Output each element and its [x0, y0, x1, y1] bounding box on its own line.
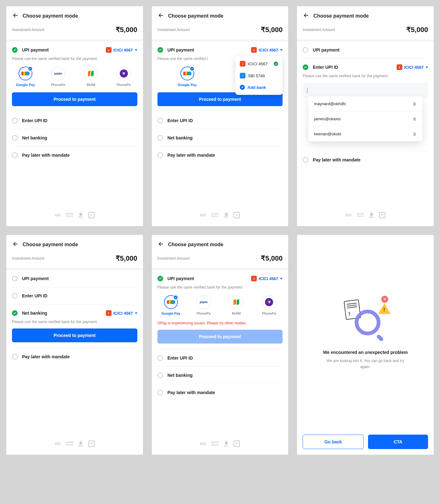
- sbi-icon: ○: [240, 73, 245, 79]
- upi-app-phonepe2[interactable]: रु PhonePe: [110, 67, 137, 87]
- method-paylater[interactable]: Pay later with mandate: [12, 348, 137, 365]
- chevron-down-icon: [135, 49, 137, 51]
- icici-icon: i: [106, 47, 112, 53]
- checkmark-icon: [303, 64, 308, 70]
- upi-app-label: BHIM: [87, 83, 96, 87]
- trust-badges: ISO AICPASOC2 SSL ₹: [6, 204, 143, 226]
- upi-suggestion[interactable]: maynard@okhdfc: [308, 96, 422, 111]
- method-upiid[interactable]: Enter UPI ID: [157, 350, 283, 367]
- upi-app-phonepe2[interactable]: रुPhonePe: [256, 295, 283, 315]
- chevron-down-icon: [280, 278, 283, 279]
- error-title: We encountered an unexpected problem: [323, 350, 408, 355]
- chevron-down-icon: [135, 312, 137, 314]
- bank-selector[interactable]: i ICICI 4567: [397, 64, 428, 70]
- bank-option-icici[interactable]: i ICICI 4567: [235, 58, 283, 70]
- upi-app-phonepe[interactable]: paytmPhonePe: [190, 295, 217, 315]
- method-netbanking[interactable]: Net banking: [157, 129, 283, 147]
- page-title: Choose payment mode: [23, 13, 78, 19]
- soc2-badge: AICPASOC2: [66, 213, 73, 218]
- upi-app-gpay[interactable]: Google Pay: [157, 67, 217, 87]
- upi-id-input[interactable]: [303, 83, 428, 98]
- payment-screen-gpay-error: Choose payment mode Investment Amount ₹5…: [152, 235, 289, 455]
- amount-label: Investment Amount: [12, 28, 44, 32]
- error-illustration: ✕: [337, 294, 394, 341]
- back-icon[interactable]: [12, 241, 19, 249]
- page-title: Choose payment mode: [168, 13, 223, 19]
- checkmark-icon: [157, 47, 163, 53]
- phonepe-icon: रु: [120, 69, 128, 78]
- upi-app-gpay[interactable]: Google Pay: [12, 67, 39, 87]
- method-upi-title: UPI payment: [22, 47, 49, 52]
- bank-selector[interactable]: i ICICI 4567: [106, 310, 137, 316]
- error-subtitle: We are looking into it. You can go back …: [325, 358, 406, 370]
- radio-icon: [12, 152, 18, 158]
- cta-button[interactable]: CTA: [368, 435, 428, 449]
- selected-badge-icon: [28, 66, 33, 71]
- trash-icon[interactable]: [412, 132, 417, 136]
- method-paylater[interactable]: Pay later with mandate: [157, 147, 283, 164]
- bank-selector[interactable]: i ICICI 4567: [106, 47, 137, 53]
- magnifier-icon: [355, 310, 380, 335]
- add-bank-link[interactable]: + Add bank: [235, 82, 283, 93]
- method-upi[interactable]: UPI payment: [303, 41, 428, 59]
- checkmark-icon: [274, 62, 278, 66]
- upi-app-label: Google Pay: [16, 83, 35, 87]
- method-upiid[interactable]: Enter UPI ID: [12, 112, 137, 129]
- method-upi[interactable]: UPI payment: [12, 270, 137, 287]
- proceed-button-disabled: Proceed to payment: [157, 330, 283, 344]
- upi-app-gpay[interactable]: Google Pay: [157, 295, 184, 315]
- x-icon: ✕: [381, 296, 388, 303]
- method-paylater[interactable]: Pay later with mandate: [157, 384, 283, 401]
- payment-screen-upiid: Choose payment mode Investment Amount ₹5…: [297, 6, 434, 226]
- method-paylater[interactable]: Pay later with mandate: [12, 147, 137, 164]
- upi-help-text: Please use the same verified bank for th…: [12, 57, 137, 61]
- upi-app-label: PhonePe: [51, 83, 65, 87]
- radio-icon: [12, 118, 18, 123]
- back-icon[interactable]: [303, 12, 310, 20]
- trash-icon[interactable]: [412, 117, 417, 121]
- bank-selector[interactable]: i ICICI 4567: [251, 47, 283, 53]
- payment-screen-dropdown: Choose payment mode Investment Amount ₹5…: [152, 6, 289, 226]
- bank-label: ICICI 4567: [113, 48, 133, 52]
- bhim-icon: [88, 71, 94, 76]
- trash-icon[interactable]: [412, 102, 417, 106]
- upi-suggestion[interactable]: james@okaxis: [308, 111, 422, 127]
- checkmark-icon: [12, 47, 18, 53]
- method-netbanking[interactable]: Net banking: [12, 129, 137, 147]
- method-upiid[interactable]: Enter UPI ID: [157, 112, 283, 129]
- back-icon[interactable]: [12, 12, 19, 20]
- proceed-button[interactable]: Proceed to payment: [12, 328, 137, 342]
- bank-dropdown: i ICICI 4567 ○ SBI 5749 + Add bank: [235, 56, 283, 95]
- paytm-icon: paytm: [54, 72, 62, 75]
- back-icon[interactable]: [157, 12, 164, 20]
- chevron-down-icon: [280, 49, 283, 51]
- iso-badge: ISO: [55, 214, 61, 217]
- icici-icon: i: [240, 61, 245, 67]
- go-back-button[interactable]: Go back: [303, 435, 363, 449]
- payment-screen-default: Choose payment mode Investment Amount ₹5…: [6, 6, 143, 226]
- upi-suggestions: maynard@okhdfc james@okaxis keenan@oksbi: [308, 96, 422, 141]
- payment-screen-netbanking: Choose payment mode Investment Amount ₹5…: [6, 235, 143, 455]
- bank-option-sbi[interactable]: ○ SBI 5749: [235, 70, 283, 82]
- checkmark-icon: [12, 310, 18, 316]
- method-upiid[interactable]: Enter UPI ID: [12, 287, 137, 305]
- upi-suggestion[interactable]: keenan@oksbi: [308, 127, 422, 141]
- sebi-badge: ₹: [88, 212, 95, 218]
- amount-value: ₹5,000: [116, 26, 137, 34]
- bank-selector[interactable]: i ICICI 4567: [251, 276, 283, 281]
- method-netbanking[interactable]: Net banking: [157, 367, 283, 384]
- method-paylater[interactable]: Pay later with mandate: [303, 151, 428, 168]
- gpay-icon: [21, 72, 30, 75]
- upi-app-label: PhonePe: [117, 83, 131, 87]
- plus-icon: +: [240, 85, 245, 90]
- checkmark-icon: [157, 276, 163, 281]
- back-icon[interactable]: [157, 241, 164, 249]
- chevron-down-icon: [426, 67, 428, 68]
- upi-app-bhim[interactable]: BHIM: [223, 295, 250, 315]
- radio-icon: [12, 135, 18, 141]
- icici-icon: i: [251, 47, 257, 53]
- proceed-button[interactable]: Proceed to payment: [12, 92, 137, 106]
- error-screen: ✕ We encountered an unexpected problem W…: [297, 235, 434, 455]
- upi-app-bhim[interactable]: BHIM: [77, 67, 104, 87]
- upi-app-phonepe[interactable]: paytm PhonePe: [45, 67, 72, 87]
